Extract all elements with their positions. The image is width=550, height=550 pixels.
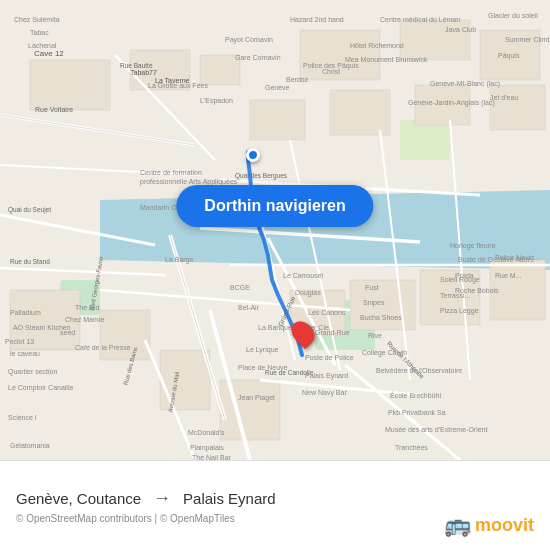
svg-text:Palais Eynard: Palais Eynard bbox=[305, 372, 348, 380]
svg-text:Hôtel Richemond: Hôtel Richemond bbox=[350, 42, 404, 49]
svg-text:Bucha Shoes: Bucha Shoes bbox=[360, 314, 402, 321]
svg-text:Genève: Genève bbox=[265, 84, 290, 91]
svg-text:Rue Bautte: Rue Bautte bbox=[120, 62, 153, 69]
svg-text:Poste de Police: Poste de Police bbox=[305, 354, 354, 361]
svg-text:Palladium: Palladium bbox=[10, 309, 41, 316]
svg-text:Rive: Rive bbox=[368, 332, 382, 339]
svg-text:Science I: Science I bbox=[8, 414, 37, 421]
svg-text:Grand-Rue: Grand-Rue bbox=[315, 329, 350, 336]
svg-text:Le Carrousel: Le Carrousel bbox=[283, 272, 324, 279]
route-origin: Genève, Coutance bbox=[16, 490, 141, 507]
svg-text:Pkb Privatbank Sa: Pkb Privatbank Sa bbox=[388, 409, 446, 416]
svg-rect-24 bbox=[490, 85, 545, 130]
svg-text:Buste de Gustave Ador: Buste de Gustave Ador bbox=[458, 256, 531, 263]
destination-marker bbox=[293, 320, 313, 346]
svg-rect-14 bbox=[100, 310, 150, 360]
svg-text:Le Lyrique: Le Lyrique bbox=[246, 346, 279, 354]
svg-text:Glacier du soleil: Glacier du soleil bbox=[488, 12, 538, 19]
svg-text:McDonald's: McDonald's bbox=[188, 429, 225, 436]
svg-text:Café de la Presse: Café de la Presse bbox=[75, 344, 131, 351]
svg-text:La Grotte aux Fées: La Grotte aux Fées bbox=[148, 82, 208, 89]
svg-text:Quai des Bergues: Quai des Bergues bbox=[235, 172, 288, 180]
svg-text:Tranchées: Tranchées bbox=[395, 444, 428, 451]
svg-text:Summer Climbing Wal...: Summer Climbing Wal... bbox=[505, 36, 550, 44]
svg-text:Le Comptoir Canaille: Le Comptoir Canaille bbox=[8, 384, 73, 392]
route-row: Genève, Coutance → Palais Eynard bbox=[16, 488, 534, 509]
svg-text:Payot Cornavin: Payot Cornavin bbox=[225, 36, 273, 44]
bottom-bar: Genève, Coutance → Palais Eynard © OpenS… bbox=[0, 460, 550, 550]
svg-text:Bel-Air: Bel-Air bbox=[238, 304, 260, 311]
svg-text:Rue du Stand: Rue du Stand bbox=[10, 258, 50, 265]
svg-text:Place de Neuve: Place de Neuve bbox=[238, 364, 288, 371]
svg-text:Douglas: Douglas bbox=[295, 289, 321, 297]
svg-text:Horloge fleurie: Horloge fleurie bbox=[450, 242, 496, 250]
svg-text:Belvédère de l'Observatoire: Belvédère de l'Observatoire bbox=[376, 367, 462, 374]
svg-text:Gelatomania: Gelatomania bbox=[10, 442, 50, 449]
svg-text:Les Canons: Les Canons bbox=[308, 309, 346, 316]
svg-text:École Brechbühl: École Brechbühl bbox=[390, 391, 441, 399]
svg-text:The Nid: The Nid bbox=[75, 304, 100, 311]
svg-text:Jean Piaget: Jean Piaget bbox=[238, 394, 275, 402]
svg-text:Musée des arts d'Extreme-Orien: Musée des arts d'Extreme-Orient bbox=[385, 426, 488, 433]
svg-text:Gare Cornavin: Gare Cornavin bbox=[235, 54, 281, 61]
svg-text:Snipes: Snipes bbox=[363, 299, 385, 307]
svg-text:New Navy Bar: New Navy Bar bbox=[302, 389, 347, 397]
route-arrow-icon: → bbox=[153, 488, 171, 509]
navigate-button[interactable]: Dorthin navigieren bbox=[176, 185, 373, 227]
svg-text:Plzza Legge: Plzza Legge bbox=[440, 307, 479, 315]
svg-text:Mea Monument Brunswick: Mea Monument Brunswick bbox=[345, 56, 428, 63]
moovit-logo: 🚌 moovit bbox=[444, 512, 534, 538]
svg-rect-9 bbox=[200, 55, 240, 85]
svg-text:Rue Voltaire: Rue Voltaire bbox=[35, 106, 73, 113]
svg-text:L'Espadon: L'Espadon bbox=[200, 97, 233, 105]
svg-rect-22 bbox=[330, 90, 390, 135]
svg-text:Centre médical du Léman: Centre médical du Léman bbox=[380, 16, 460, 23]
route-destination: Palais Eynard bbox=[183, 490, 276, 507]
svg-text:Tabac: Tabac bbox=[30, 29, 49, 36]
svg-text:Fust: Fust bbox=[365, 284, 379, 291]
svg-text:Hazard 2nd hand: Hazard 2nd hand bbox=[290, 16, 344, 23]
svg-rect-21 bbox=[250, 100, 305, 140]
svg-rect-6 bbox=[400, 120, 450, 160]
svg-text:Quartier section: Quartier section bbox=[8, 368, 58, 376]
moovit-icon: 🚌 bbox=[444, 512, 471, 538]
map-container: Rue Voltaire Rue Bautte Rue des Délices … bbox=[0, 0, 550, 550]
svg-text:Chez Mamie: Chez Mamie bbox=[65, 316, 104, 323]
origin-marker bbox=[246, 148, 260, 162]
svg-text:Plainpalais: Plainpalais bbox=[190, 444, 224, 452]
svg-text:BCGE: BCGE bbox=[230, 284, 250, 291]
svg-text:Peclot 13: Peclot 13 bbox=[5, 338, 34, 345]
svg-text:Prada: Prada bbox=[455, 272, 474, 279]
svg-rect-15 bbox=[160, 350, 210, 410]
svg-text:Genève-Jardin-Anglais (lac): Genève-Jardin-Anglais (lac) bbox=[408, 99, 495, 107]
map-view[interactable]: Rue Voltaire Rue Bautte Rue des Délices … bbox=[0, 0, 550, 460]
svg-text:Lachenal: Lachenal bbox=[28, 42, 57, 49]
svg-text:Christ: Christ bbox=[322, 68, 340, 75]
svg-text:Tabab77: Tabab77 bbox=[130, 69, 157, 76]
svg-rect-7 bbox=[30, 60, 110, 110]
svg-text:le caveau: le caveau bbox=[10, 350, 40, 357]
svg-text:Chez Sulémita: Chez Sulémita bbox=[14, 16, 60, 23]
svg-text:seed: seed bbox=[60, 329, 75, 336]
svg-text:Quai du Seujet: Quai du Seujet bbox=[8, 206, 51, 214]
svg-text:Rue M...: Rue M... bbox=[495, 272, 522, 279]
svg-text:Java Club: Java Club bbox=[445, 26, 476, 33]
svg-text:Pâquis: Pâquis bbox=[498, 52, 520, 60]
svg-text:Centre de formation: Centre de formation bbox=[140, 169, 202, 176]
moovit-brand-text: moovit bbox=[475, 515, 534, 536]
svg-text:Collège Calvin: Collège Calvin bbox=[362, 349, 407, 357]
svg-text:Genève-Mt-Blanc (lac): Genève-Mt-Blanc (lac) bbox=[430, 80, 500, 88]
svg-text:Berdoz: Berdoz bbox=[286, 76, 309, 83]
svg-text:Jet d'eau: Jet d'eau bbox=[490, 94, 518, 101]
svg-text:Roche Bobois: Roche Bobois bbox=[455, 287, 499, 294]
svg-text:Cave 12: Cave 12 bbox=[34, 49, 64, 58]
svg-text:La Barge: La Barge bbox=[165, 256, 194, 264]
